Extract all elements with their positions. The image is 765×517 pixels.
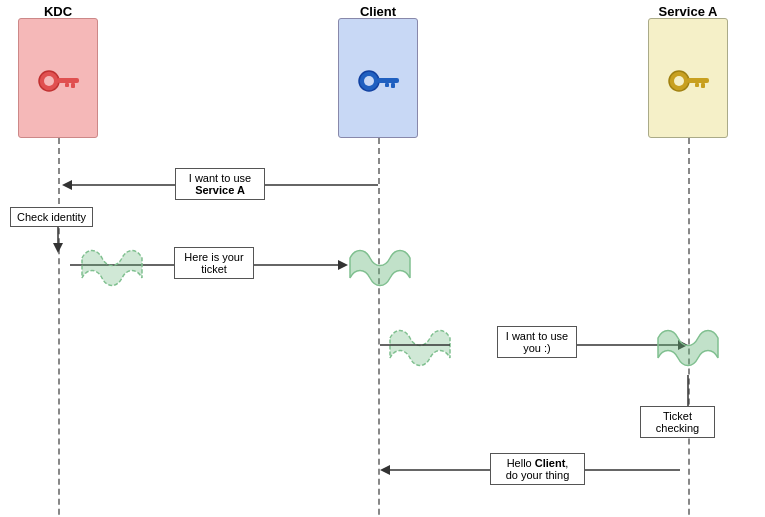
svg-marker-18 bbox=[338, 260, 348, 270]
svg-marker-16 bbox=[62, 180, 72, 190]
check-identity-text: Check identity bbox=[17, 211, 86, 223]
msg-ticket-checking: Ticket checking bbox=[640, 406, 715, 438]
arrows-svg bbox=[0, 0, 765, 517]
svg-marker-20 bbox=[53, 243, 63, 253]
msg-check-identity: Check identity bbox=[10, 207, 93, 227]
do-your-thing-text: do your thing bbox=[506, 469, 570, 481]
msg-hello-client: Hello Client, do your thing bbox=[490, 453, 585, 485]
ticket-checking-text: Ticket checking bbox=[656, 410, 699, 434]
msg-here-is-ticket: Here is your ticket bbox=[174, 247, 254, 279]
i-want-use-text: I want to use bbox=[506, 330, 568, 342]
ticket-text: ticket bbox=[201, 263, 227, 275]
svg-marker-27 bbox=[380, 465, 390, 475]
msg-use-you: I want to use you :) bbox=[497, 326, 577, 358]
client-bold: Client bbox=[535, 457, 566, 469]
diagram: KDC Client Service A bbox=[0, 0, 765, 517]
msg-use-service: I want to use Service A bbox=[175, 168, 265, 200]
you-smiley-text: you :) bbox=[523, 342, 551, 354]
here-is-your-text: Here is your bbox=[184, 251, 243, 263]
service-a-bold: Service A bbox=[195, 184, 245, 196]
